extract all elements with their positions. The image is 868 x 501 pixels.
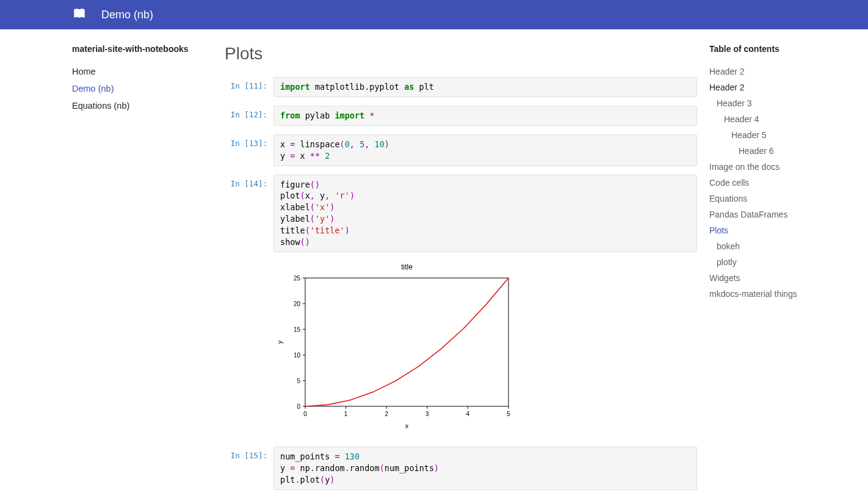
toc-item[interactable]: Widgets [709,270,868,286]
code-input[interactable]: from pylab import * [273,106,697,126]
toc-item[interactable]: Plots [709,222,868,238]
input-prompt: In [13]: [225,134,273,148]
code-cell: In [11]: import matplotlib.pyplot as plt [225,77,697,97]
input-prompt: In [12]: [225,106,273,119]
svg-text:1: 1 [344,411,348,417]
toc-title: Table of contents [709,44,868,54]
toc-item[interactable]: plotly [709,254,868,270]
toc-item[interactable]: mkdocs-material things [709,286,868,302]
sidebar-item[interactable]: Equations (nb) [72,98,217,114]
toc-item[interactable]: Header 3 [709,95,868,111]
sidebar-item[interactable]: Home [72,64,217,79]
sidebar-title: material-site-with-notebooks [72,44,217,54]
svg-text:20: 20 [294,301,301,307]
code-cell: In [14]: figure() plot(x, y, 'r') xlabel… [225,175,697,252]
toc-item[interactable]: Header 4 [709,111,868,127]
svg-rect-1 [305,278,508,406]
svg-text:0: 0 [297,403,300,410]
svg-text:title: title [401,263,413,271]
toc-item[interactable]: Header 2 [709,79,868,95]
toc-item[interactable]: Header 5 [709,127,868,143]
svg-text:y: y [276,340,283,344]
toc-item[interactable]: Equations [709,191,868,207]
svg-text:x: x [405,422,409,430]
code-input[interactable]: figure() plot(x, y, 'r') xlabel('x') yla… [273,175,697,252]
page-title-header: Demo (nb) [101,9,153,21]
toc-item[interactable]: bokeh [709,238,868,254]
toc-item[interactable]: Pandas DataFrames [709,207,868,222]
sidebar-nav: material-site-with-notebooks HomeDemo (n… [72,29,225,501]
code-input[interactable]: import matplotlib.pyplot as plt [273,77,697,97]
code-cell: In [12]: from pylab import * [225,106,697,126]
section-heading-plots: Plots [225,44,697,64]
code-cell: In [13]: x = linspace(0, 5, 10) y = x **… [225,134,697,166]
output-prompt: Out[15]: [225,499,273,501]
input-prompt: In [11]: [225,77,273,90]
svg-text:0: 0 [303,411,307,417]
svg-text:15: 15 [294,326,301,333]
plot-output: title0510152025012345xy [273,261,697,434]
main-content: Plots In [11]: import matplotlib.pyplot … [225,29,709,501]
toc-item[interactable]: Header 6 [709,143,868,159]
svg-text:2: 2 [385,411,388,417]
input-prompt: In [14]: [225,175,273,188]
output-text: [<matplotlib.lines.Line2D at 0x7ffbb8474… [273,499,697,501]
svg-text:4: 4 [466,411,470,417]
sidebar-item[interactable]: Demo (nb) [72,81,217,97]
toc: Table of contents Header 2Header 2Header… [709,29,868,501]
svg-text:5: 5 [507,411,510,417]
output-cell: Out[15]: [<matplotlib.lines.Line2D at 0x… [225,499,697,501]
topbar: Demo (nb) [0,0,868,29]
svg-text:25: 25 [294,275,301,282]
toc-item[interactable]: Image on the docs [709,159,868,175]
code-input[interactable]: x = linspace(0, 5, 10) y = x ** 2 [273,134,697,166]
code-cell: In [15]: num_points = 130 y = np.random.… [225,447,697,490]
svg-text:3: 3 [425,411,429,417]
svg-text:10: 10 [294,352,301,359]
svg-text:5: 5 [297,378,300,384]
book-icon[interactable] [72,7,87,22]
code-input[interactable]: num_points = 130 y = np.random.random(nu… [273,447,697,490]
toc-item[interactable]: Header 2 [709,64,868,79]
input-prompt: In [15]: [225,447,273,460]
matplotlib-figure: title0510152025012345xy [273,261,518,432]
toc-item[interactable]: Code cells [709,175,868,191]
